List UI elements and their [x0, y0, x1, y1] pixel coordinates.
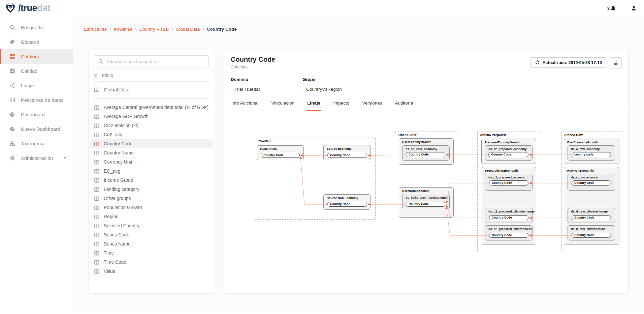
lineage-field-pill[interactable]: Country Code [488, 152, 528, 157]
structure-type-label: Columna [231, 65, 275, 69]
breadcrumb-link-global-data[interactable]: Global Data [176, 27, 200, 32]
sidebar-item-administracion[interactable]: Administración [0, 151, 73, 165]
field-item-co2-emision-kt[interactable]: CO2 emision (kt) [90, 121, 213, 130]
sidebar-item-linaje[interactable]: Linaje [0, 78, 73, 93]
column-icon [94, 160, 99, 165]
search-icon [98, 59, 103, 64]
chevron-right-icon: › [132, 26, 139, 32]
divider [94, 81, 209, 82]
field-item-co2-avg[interactable]: Co2_avg [90, 130, 213, 139]
field-item-label: Region [104, 214, 119, 219]
field-item-label: Other groups [104, 196, 131, 201]
back-to-home[interactable]: « Inicio [94, 73, 209, 78]
sidebar-item-dashboard[interactable]: Dashboard [0, 107, 73, 122]
lineage-field-pill[interactable]: Country Code [572, 215, 611, 220]
field-item-population-growth[interactable]: Population Growth [90, 203, 213, 212]
node-label: ds_b_raw_environment [568, 226, 615, 231]
field-item-region[interactable]: Region [90, 212, 213, 221]
field-item-lending-category[interactable]: Lending category [90, 185, 213, 194]
field-item-time-code[interactable]: Time Code [90, 258, 213, 267]
lineage-field-pill[interactable]: Country Code [572, 233, 611, 238]
tab-auditoria[interactable]: Auditoría [394, 101, 414, 111]
notification-count: 3 [607, 6, 610, 11]
chevron-double-left-icon: « [94, 72, 98, 78]
grupo-value: CountryVsRegion [306, 87, 342, 92]
lineage-field-pill[interactable]: Country Code [406, 202, 445, 207]
brand-logo[interactable]: /truedat [5, 2, 50, 14]
brand-wordmark: /truedat [18, 4, 50, 13]
sidebar-item-taxonomia[interactable]: Taxonomía [0, 136, 73, 151]
node-label: ds_a3_user_economy [402, 146, 449, 151]
field-item-series-name[interactable]: Series Name [90, 239, 213, 249]
lineage-field-pill[interactable]: Country Code [489, 215, 528, 220]
field-item-series-code[interactable]: Series Code [90, 230, 213, 239]
node-label: ds_bcd3_user_noneconomic [402, 194, 449, 199]
lineage-field-pill[interactable]: country code [572, 152, 611, 157]
field-item-country-code[interactable]: Country Code [90, 139, 213, 148]
field-item-label: Average Central government debt total (%… [104, 105, 208, 110]
breadcrumb: Estructuras›Power BI›Country Visual›Glob… [84, 26, 237, 32]
lineage-field-pill[interactable]: Country Code [489, 233, 528, 238]
column-icon [94, 241, 99, 247]
lineage-field-pill[interactable]: Country Code [261, 153, 300, 158]
field-item-average-gdp-growth[interactable]: Average GDP Growth [90, 112, 213, 121]
bell-icon [610, 5, 616, 11]
column-icon [94, 123, 99, 129]
sidebar-item-label: Peticiones de datos [21, 97, 64, 103]
field-item-selected-country[interactable]: Selected Country [90, 221, 213, 230]
field-item-other-groups[interactable]: Other groups [90, 194, 213, 203]
column-icon [94, 169, 99, 174]
sidebar-item-nuevo-dashboard[interactable]: Nuevo Dashboard [0, 122, 73, 136]
field-item-time[interactable]: Time [90, 249, 213, 258]
sidebar-item-label: Glosario [21, 39, 39, 45]
field-item-income-group[interactable]: Income Group [90, 176, 213, 185]
sidebar-item-peticiones-de-datos[interactable]: Peticiones de datos [0, 93, 73, 107]
sidebar-item-glosario[interactable]: Glosario [0, 35, 73, 49]
sidebar-item-label: Linaje [21, 83, 34, 88]
unlock-button[interactable] [610, 57, 622, 68]
lineage-field-pill[interactable]: Country Code [572, 180, 611, 185]
tab-info-adicional[interactable]: Info Adicional [231, 101, 259, 111]
notifications-button[interactable]: 3 [607, 5, 616, 11]
field-item-value[interactable]: Value [90, 267, 213, 276]
structure-search [94, 55, 209, 67]
tab-linaje[interactable]: Linaje [307, 101, 321, 111]
sidebar-item-label: Calidad [21, 68, 37, 74]
lineage-field-pill[interactable]: Country Code [489, 180, 528, 185]
search-input[interactable] [106, 59, 205, 64]
sidebar-item-busqueda[interactable]: Búsqueda [0, 20, 73, 35]
structure-browser-panel: « Inicio Global Data Average Central gov… [89, 50, 214, 293]
breadcrumb-link-estructuras[interactable]: Estructuras [84, 27, 107, 32]
node-label: RawNonEconomic [564, 167, 619, 172]
dominio-label: Dominio [231, 77, 297, 82]
tab-vinculacion[interactable]: Vinculación [270, 101, 295, 111]
field-item-label: Time [104, 251, 114, 256]
lineage-field-pill[interactable]: Country Code [406, 152, 445, 157]
tab-versiones[interactable]: Versiones [361, 101, 383, 111]
sidebar: BúsquedaGlosarioCatálogoCalidadLinajePet… [0, 16, 73, 312]
lineage-field-pill[interactable]: Country Code [327, 153, 367, 158]
field-item-label: Series Code [104, 232, 129, 237]
refresh-updated-button[interactable]: Actualizada: 2019-05-28 17:10 [530, 57, 606, 68]
field-item-currency-unit[interactable]: Currency Unit [90, 158, 213, 167]
parent-structure-item[interactable]: Global Data [94, 87, 209, 92]
cluster-label: Athena-Raw [564, 133, 583, 137]
lineage-field-pill[interactable]: Country Code [327, 202, 367, 207]
breadcrumb-link-power-bi[interactable]: Power BI [114, 27, 132, 32]
sidebar-item-calidad[interactable]: Calidad [0, 64, 73, 78]
column-icon [94, 205, 99, 210]
field-item-label: Lending category [104, 187, 139, 192]
column-icon [94, 141, 99, 147]
tab-impacto[interactable]: Impacto [332, 101, 350, 111]
sidebar-item-catalogo[interactable]: Catálogo [0, 49, 73, 64]
field-item-label: Selected Country [104, 223, 139, 228]
user-menu-button[interactable] [631, 5, 637, 11]
breadcrumb-link-country-visual[interactable]: Country Visual [139, 27, 169, 32]
check-square-icon [9, 68, 15, 74]
column-icon [94, 232, 99, 238]
sidebar-item-label: Administración [21, 155, 53, 161]
field-item-ec-avg[interactable]: EC_avg [90, 167, 213, 176]
column-icon [94, 214, 99, 220]
field-item-country-name[interactable]: Country Name [90, 148, 213, 158]
field-item-average-central-government-debt-total-of-gdp[interactable]: Average Central government debt total (%… [90, 103, 213, 112]
